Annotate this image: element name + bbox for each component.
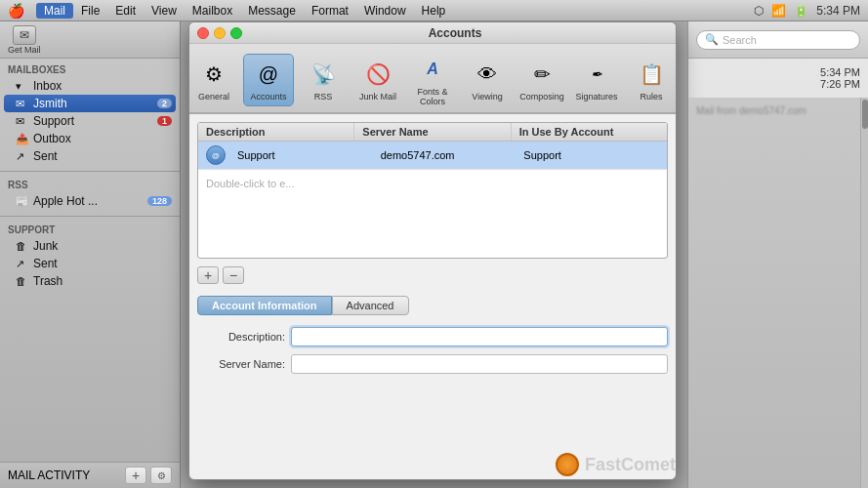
col-description: Description	[198, 123, 354, 141]
fastcomet-text: FastComet	[585, 455, 676, 475]
menu-item-help[interactable]: Help	[414, 4, 454, 18]
battery-icon: 🔋	[794, 4, 808, 18]
junk-mail-label: Junk Mail	[359, 92, 396, 102]
table-empty-area[interactable]: Double-click to e...	[198, 170, 667, 258]
add-mailbox-button[interactable]: +	[125, 467, 146, 484]
menu-bar-right: ⬡ 📶 🔋 5:34 PM	[754, 4, 860, 18]
jsmith-badge: 2	[157, 99, 172, 108]
description-input[interactable]	[291, 327, 668, 346]
rules-toolbar-button[interactable]: 📋 Rules	[626, 54, 677, 106]
detail-form: Description: Server Name:	[197, 323, 668, 378]
fastcomet-badge: FastComet	[556, 453, 676, 476]
time-1: 5:34 PM	[696, 66, 860, 78]
search-box[interactable]: 🔍 Search	[696, 30, 860, 50]
mail-activity-label: MAIL ACTIVITY	[8, 468, 90, 482]
bluetooth-icon: ⬡	[754, 4, 764, 18]
col-server: Server Name	[354, 123, 511, 141]
trash-icon: 🗑	[16, 275, 29, 287]
advanced-tab[interactable]: Advanced	[332, 296, 409, 315]
sidebar-item-support[interactable]: ✉ Support 1	[0, 112, 180, 130]
right-main: Mail from demo5747.com	[688, 98, 868, 488]
server-name-input[interactable]	[291, 354, 668, 374]
search-icon: 🔍	[705, 33, 719, 46]
mailbox-options-button[interactable]: ⚙	[150, 467, 172, 484]
menu-item-message[interactable]: Message	[240, 4, 304, 18]
support-divider	[0, 216, 180, 217]
email-preview: Mail from demo5747.com	[688, 98, 868, 124]
sidebar-item-inbox[interactable]: ▾ Inbox	[0, 77, 180, 95]
mailboxes-section: MAILBOXES ▾ Inbox ✉ Jsmith 2 ✉ Support 1…	[0, 59, 180, 169]
junk-mail-toolbar-button[interactable]: 🚫 Junk Mail	[352, 54, 403, 106]
sidebar-item-jsmith[interactable]: ✉ Jsmith 2	[4, 95, 176, 112]
apple-menu[interactable]: 🍎	[8, 3, 24, 19]
accounts-icon: @	[253, 59, 284, 90]
right-toolbar: 🔍 Search	[688, 21, 868, 59]
support-badge: 1	[157, 116, 172, 126]
apple-hot-badge: 128	[147, 196, 172, 206]
inbox-icon: ▾	[16, 80, 29, 92]
fonts-colors-toolbar-button[interactable]: A Fonts & Colors	[407, 49, 458, 111]
main-area: ✉ Get Mail MAILBOXES ▾ Inbox ✉ Jsmith 2 …	[0, 21, 868, 488]
server-name-row: Server Name:	[197, 354, 668, 374]
viewing-toolbar-button[interactable]: 👁 Viewing	[462, 54, 513, 106]
menu-item-edit[interactable]: Edit	[107, 4, 144, 18]
time-display: 5:34 PM 7:26 PM	[688, 59, 868, 98]
add-account-button[interactable]: +	[197, 266, 219, 284]
accounts-table: Description Server Name In Use By Accoun…	[197, 122, 668, 259]
sidebar-item-support-sent[interactable]: ↗ Sent	[0, 255, 180, 272]
menu-item-file[interactable]: File	[73, 4, 107, 18]
rss-label: RSS	[314, 92, 333, 102]
col-in-use: In Use By Account	[512, 123, 667, 141]
general-toolbar-button[interactable]: ⚙ General	[188, 54, 239, 106]
account-info-tab[interactable]: Account Information	[197, 296, 332, 315]
sidebar-item-trash[interactable]: 🗑 Trash	[0, 272, 180, 290]
get-mail-button[interactable]: ✉ Get Mail	[8, 25, 41, 55]
account-icon: @	[206, 145, 226, 165]
rss-icon: 📰	[16, 195, 29, 207]
rss-toolbar-button[interactable]: 📡 RSS	[298, 54, 349, 106]
signatures-icon: ✒	[581, 59, 612, 90]
detail-tabs: Account Information Advanced	[197, 296, 668, 315]
accounts-main-panel: Description Server Name In Use By Accoun…	[189, 114, 676, 479]
menu-item-view[interactable]: View	[144, 4, 185, 18]
junk-label: Junk	[33, 239, 58, 253]
accounts-window: Accounts ⚙ General @ Accounts 📡 RSS 🚫 Ju…	[188, 21, 677, 480]
inbox-label: Inbox	[33, 79, 62, 93]
accounts-toolbar-button[interactable]: @ Accounts	[243, 54, 294, 106]
sent-icon: ↗	[16, 150, 29, 162]
signatures-label: Signatures	[575, 92, 617, 102]
support-section: SUPPORT 🗑 Junk ↗ Sent 🗑 Trash	[0, 219, 180, 294]
mailboxes-header: MAILBOXES	[0, 62, 180, 77]
sidebar-item-sent[interactable]: ↗ Sent	[0, 147, 180, 165]
menu-item-format[interactable]: Format	[304, 4, 356, 18]
search-placeholder: Search	[723, 34, 757, 46]
remove-account-button[interactable]: −	[223, 266, 244, 284]
sidebar-item-outbox[interactable]: 📤 Outbox	[0, 130, 180, 147]
support-inbox-icon: ✉	[16, 115, 29, 127]
menu-item-mail[interactable]: Mail	[36, 3, 73, 19]
trash-label: Trash	[33, 274, 62, 288]
right-scrollbar[interactable]	[860, 98, 868, 488]
get-mail-icon: ✉	[13, 25, 36, 45]
viewing-label: Viewing	[472, 92, 502, 102]
maximize-button[interactable]	[230, 27, 242, 39]
composing-toolbar-button[interactable]: ✏ Composing	[517, 54, 567, 106]
sidebar-item-junk[interactable]: 🗑 Junk	[0, 237, 180, 255]
row1-description: Support	[229, 149, 373, 161]
sidebar: ✉ Get Mail MAILBOXES ▾ Inbox ✉ Jsmith 2 …	[0, 21, 181, 488]
sidebar-bottom: MAIL ACTIVITY + ⚙	[0, 462, 180, 488]
menu-item-window[interactable]: Window	[356, 4, 414, 18]
window-controls	[197, 27, 242, 39]
menu-item-mailbox[interactable]: Mailbox	[185, 4, 240, 18]
window-titlebar: Accounts	[189, 22, 676, 44]
close-button[interactable]	[197, 27, 209, 39]
minimize-button[interactable]	[214, 27, 226, 39]
signatures-toolbar-button[interactable]: ✒ Signatures	[571, 54, 622, 106]
sidebar-item-apple-hot[interactable]: 📰 Apple Hot ... 128	[0, 192, 180, 210]
table-header: Description Server Name In Use By Accoun…	[198, 123, 667, 142]
table-row[interactable]: @ Support demo5747.com Support	[198, 142, 667, 170]
server-name-label: Server Name:	[197, 358, 285, 370]
description-label: Description:	[197, 331, 285, 343]
apple-hot-label: Apple Hot ...	[33, 194, 98, 208]
right-panel: 🔍 Search 5:34 PM 7:26 PM Mail from demo5…	[687, 21, 868, 488]
